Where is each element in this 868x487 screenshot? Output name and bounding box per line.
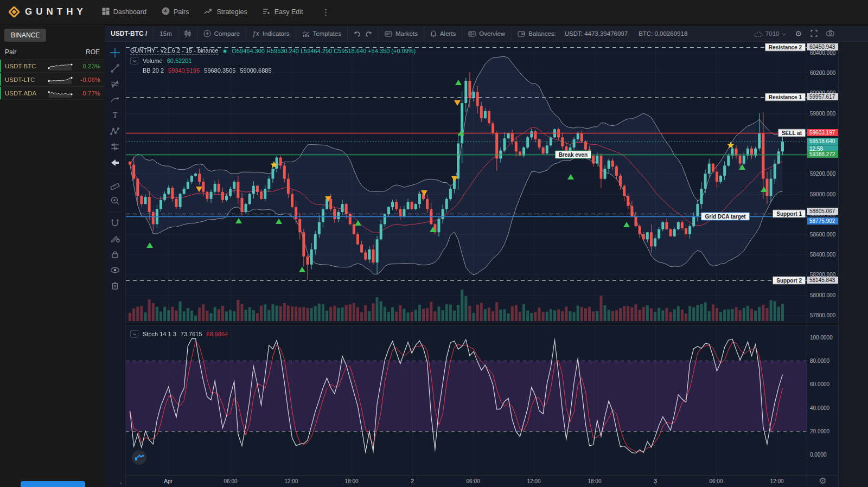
axis-pane-divider: [807, 323, 839, 325]
nav-item-pairs[interactable]: Pairs: [162, 7, 189, 17]
roe-column-label: ROE: [86, 48, 100, 56]
usdt-balance: USDT: 4473.39476097: [565, 30, 628, 37]
nav-label: Easy Edit: [275, 8, 303, 16]
nav-item-strategies[interactable]: Strategies: [204, 8, 247, 16]
price-tag-Resistance 2[interactable]: 60450.943: [807, 43, 838, 50]
pair-name: USDT-BTC: [0, 63, 48, 69]
cloud-value: 7010: [765, 30, 780, 37]
pair-sparkline: [48, 89, 73, 98]
compare-icon: [203, 30, 211, 37]
alerts-button[interactable]: Alerts: [424, 26, 462, 41]
list-plus-icon: [263, 8, 271, 16]
redo-button[interactable]: [365, 31, 372, 37]
stoch-label: Stoch 14 1 3: [143, 331, 176, 337]
fullscreen-button[interactable]: [810, 30, 818, 38]
time-tick: 12:00: [527, 478, 540, 484]
forecast-tool[interactable]: [107, 139, 123, 154]
level-chip-grid-dca-target[interactable]: Grid DCA target: [701, 213, 749, 221]
pair-row-usdt-ada[interactable]: USDT-ADA -0.77%: [0, 86, 105, 100]
brush-tool[interactable]: [107, 92, 123, 107]
chart-window: USDT-BTC / 15m Compare ƒx Indicators Tem…: [105, 26, 868, 487]
time-tick: 18:00: [588, 478, 601, 484]
symbol-button[interactable]: USDT-BTC /: [105, 26, 154, 41]
price-tag-current[interactable]: 59518.640: [807, 138, 838, 145]
overview-icon: [468, 31, 476, 37]
pattern-tool[interactable]: [107, 124, 123, 138]
time-tick: 3: [654, 478, 657, 484]
fx-icon: ƒx: [252, 30, 259, 37]
level-chip-break-even[interactable]: Break even: [555, 151, 591, 159]
trend-line-tool[interactable]: [107, 61, 123, 75]
btc-balance: BTC: 0.00260918: [639, 30, 687, 37]
snapshot-camera-button[interactable]: [826, 30, 834, 37]
time-tick: 06:00: [467, 478, 480, 484]
price-tag-Support 1[interactable]: 58805.067: [807, 208, 838, 215]
timezone-settings-button[interactable]: ⚙: [807, 475, 838, 487]
add-pair-button[interactable]: + ADD PAIR: [21, 481, 85, 487]
bb-upper-value: 59680.3505: [204, 67, 235, 74]
lock-tool[interactable]: [107, 247, 123, 261]
drawing-lock-tool[interactable]: [107, 231, 123, 246]
stochastic-pane[interactable]: [126, 325, 807, 475]
level-chip-resistance-2[interactable]: Resistance 2: [765, 43, 806, 52]
level-chip-sell-at[interactable]: SELL at: [778, 129, 806, 137]
chart-settings-button[interactable]: ⚙: [795, 29, 802, 38]
compare-button[interactable]: Compare: [197, 26, 246, 41]
crosshair-tool[interactable]: [107, 45, 123, 60]
main-price-chart[interactable]: [126, 42, 807, 323]
time-tick: 12:00: [284, 478, 298, 484]
arrow-marks-tool[interactable]: [107, 155, 123, 170]
gann-fib-tool[interactable]: [107, 76, 123, 91]
scroll-left-icon[interactable]: ‹: [120, 479, 122, 486]
price-axis[interactable]: 60400.00060200.00060000.00059800.0005960…: [807, 42, 838, 475]
interval-button[interactable]: 15m: [154, 26, 178, 41]
stoch-d-value: 68.9864: [207, 331, 228, 337]
exchange-selector[interactable]: BINANCE: [4, 29, 46, 42]
price-tick: 58600.000: [810, 232, 835, 238]
level-chip-resistance-1[interactable]: Resistance 1: [765, 93, 806, 101]
tradingview-logo[interactable]: [132, 450, 146, 465]
right-panel-gutter: [838, 42, 868, 487]
stoch-collapse-button[interactable]: [130, 330, 138, 338]
price-tag-Break even[interactable]: 59388.272: [807, 151, 838, 158]
templates-button[interactable]: Templates: [296, 26, 348, 41]
cloud-icon: [754, 31, 763, 37]
price-tag-Support 2[interactable]: 58145.843: [807, 277, 838, 284]
chart-style-button[interactable]: [178, 26, 197, 41]
nav-item-dashboard[interactable]: Dashboard: [102, 8, 146, 17]
overflow-menu-button[interactable]: ⋮: [322, 7, 330, 17]
magnet-tool[interactable]: [107, 215, 123, 230]
text-tool[interactable]: T: [107, 108, 123, 123]
undo-button[interactable]: [354, 31, 361, 37]
price-tag-SELL at[interactable]: 59603.197: [807, 129, 838, 136]
hide-all-tool[interactable]: [107, 262, 123, 277]
pair-name: USDT-LTC: [0, 76, 48, 83]
dashboard-grid-icon: [102, 8, 110, 17]
indicators-button[interactable]: ƒx Indicators: [246, 26, 296, 41]
price-tick: 60200.000: [810, 70, 835, 76]
nav-item-easy-edit[interactable]: Easy Edit: [263, 8, 303, 16]
delete-drawings-tool[interactable]: [107, 278, 123, 293]
brand-logo[interactable]: GUNTHY: [10, 7, 87, 17]
nav-label: Dashboard: [113, 8, 146, 16]
level-chip-support-2[interactable]: Support 2: [773, 276, 806, 284]
trend-icon: [204, 8, 213, 16]
price-tag-Grid DCA target[interactable]: 58775.902: [807, 217, 838, 225]
pair-row-usdt-btc[interactable]: USDT-BTC 0.23%: [0, 59, 105, 73]
volume-label: Volume: [143, 57, 163, 64]
level-chip-support-1[interactable]: Support 1: [773, 209, 806, 217]
overview-button[interactable]: Overview: [462, 26, 512, 41]
pair-row-usdt-ltc[interactable]: USDT-LTC -0.06%: [0, 73, 105, 86]
markets-button[interactable]: Markets: [379, 26, 424, 41]
chart-title[interactable]: GUNTHY - v21.6.2 - 15 - binance: [130, 47, 218, 55]
price-tick: 59200.000: [810, 171, 835, 177]
drawing-toolbar: T: [105, 42, 126, 487]
measure-tool[interactable]: [107, 177, 123, 192]
volume-collapse-button[interactable]: [130, 57, 138, 65]
wallet-icon: [518, 31, 525, 37]
cloud-save-button[interactable]: 7010: [754, 30, 787, 37]
price-tag-Resistance 1[interactable]: 59957.617: [807, 93, 838, 100]
zoom-in-tool[interactable]: [107, 193, 123, 208]
gunthy-logo-icon: [8, 6, 21, 18]
time-axis[interactable]: Apr06:0012:0018:00206:0012:0018:00306:00…: [126, 475, 807, 487]
